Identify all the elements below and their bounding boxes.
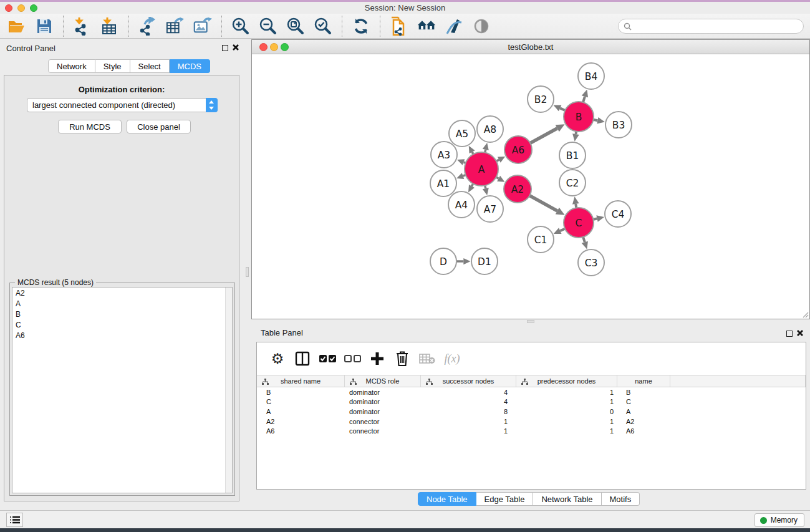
close-panel-button[interactable]: Close panel [127,120,191,133]
tab-mcds[interactable]: MCDS [170,59,210,73]
table-cell[interactable]: 1 [516,418,617,425]
zoom-out-icon[interactable] [259,17,277,36]
delete-column-icon[interactable] [393,349,412,368]
mcds-result-item[interactable]: A [12,298,232,309]
table-cell[interactable]: A6 [257,427,345,435]
zoom-in-icon[interactable] [231,17,250,36]
table-cell[interactable]: A2 [617,418,670,425]
column-header-successor-nodes[interactable]: successor nodes [421,375,516,387]
table-row[interactable]: A2connector11A2 [257,417,806,427]
run-mcds-button[interactable]: Run MCDS [58,120,122,133]
table-cell[interactable]: B [617,389,670,396]
import-network-icon[interactable] [73,17,92,36]
table-cell[interactable]: 4 [421,389,516,396]
mcds-result-item[interactable]: C [12,319,232,330]
function-builder-icon[interactable]: f(x) [443,349,461,368]
scrollbar-track[interactable] [225,288,232,493]
table-row[interactable]: Adominator80A [257,407,806,417]
splitter-grip[interactable] [246,267,249,277]
memory-button[interactable]: Memory [755,513,804,527]
dropdown-stepper-icon[interactable] [206,98,218,112]
settings-gear-icon[interactable]: ⚙ [268,349,287,368]
close-table-panel-icon[interactable] [796,329,804,337]
zoom-selected-icon[interactable] [314,17,332,36]
column-header-predecessor-nodes[interactable]: predecessor nodes [516,375,617,387]
refresh-icon[interactable] [352,17,370,36]
vertical-splitter[interactable] [243,39,251,506]
annotation-pen-icon[interactable] [445,17,463,36]
network-graph[interactable]: B4B2BB3A8A5A6A3B1AC2A1A2A4A7C4CC1C3DD1 [253,55,810,319]
tab-edge-table[interactable]: Edge Table [476,492,534,506]
network-from-document-icon[interactable] [390,17,408,36]
close-panel-icon[interactable] [232,44,239,51]
table-cell[interactable]: dominator [345,389,421,396]
table-cell[interactable]: dominator [345,398,421,405]
home-icon[interactable] [417,17,436,36]
export-table-icon[interactable] [166,17,185,36]
select-all-checkboxes-icon[interactable] [318,349,337,368]
table-cell[interactable]: 4 [421,398,516,405]
mcds-result-item[interactable]: B [12,309,232,319]
table-row[interactable]: Cdominator41C [257,397,806,407]
horizontal-splitter-grip[interactable] [527,320,534,323]
edge-A2-C[interactable] [528,195,557,211]
delete-table-icon[interactable] [418,349,436,368]
table-cell[interactable]: 1 [516,398,617,405]
node-label-c: C [576,218,582,229]
column-header-shared-name[interactable]: shared name [257,375,345,387]
table-cell[interactable]: connector [345,427,421,435]
table-cell[interactable]: C [617,398,670,405]
mcds-result-item[interactable]: A2 [12,288,232,298]
add-column-icon[interactable] [368,349,387,368]
export-network-icon[interactable] [138,17,157,36]
node-label-a7: A7 [484,204,496,215]
table-cell[interactable]: 1 [421,418,516,425]
import-table-icon[interactable] [100,17,119,36]
resize-grip-icon[interactable] [801,311,809,318]
table-cell[interactable]: 1 [421,427,516,435]
table-cell[interactable]: A6 [617,427,670,435]
task-history-button[interactable] [6,513,23,527]
tab-style[interactable]: Style [95,59,130,73]
column-header-name[interactable]: name [617,375,670,387]
show-columns-icon[interactable] [293,349,312,368]
zoom-fit-icon[interactable] [286,17,305,36]
memory-label: Memory [771,516,798,525]
open-file-icon[interactable] [7,17,26,36]
mcds-result-item[interactable]: A6 [12,330,232,341]
save-session-icon[interactable] [35,17,54,36]
table-cell[interactable]: B [257,389,345,396]
table-row[interactable]: A6connector11A6 [257,426,806,436]
table-cell[interactable]: A2 [257,418,345,425]
table-row[interactable]: Bdominator41B [257,387,806,397]
table-cell[interactable]: 1 [516,427,617,435]
table-cell[interactable]: dominator [345,408,421,415]
arrowhead-icon [457,159,465,165]
float-panel-icon[interactable] [222,45,228,51]
deselect-all-checkboxes-icon[interactable] [343,349,362,368]
column-header-mcds-role[interactable]: MCDS role [345,375,421,387]
table-cell[interactable]: 1 [516,389,617,396]
show-details-eye-icon[interactable] [472,17,491,36]
node-table: shared nameMCDS rolesuccessor nodesprede… [257,375,806,489]
edge-A6-B[interactable] [529,128,557,144]
table-cell[interactable]: connector [345,418,421,425]
table-cell[interactable]: A [617,408,670,415]
table-cell[interactable]: A [257,408,345,415]
export-image-icon[interactable] [193,17,212,36]
tab-node-table[interactable]: Node Table [418,492,476,506]
node-label-a3: A3 [438,150,450,161]
arrowhead-icon [483,188,489,195]
tab-network[interactable]: Network [48,59,95,73]
table-cell[interactable]: C [257,398,345,405]
search-box[interactable] [618,19,804,34]
table-cell[interactable]: 0 [516,408,617,415]
tab-network-table[interactable]: Network Table [533,492,601,506]
optimization-criterion-dropdown[interactable]: largest connected component (directed) [27,98,218,112]
tab-motifs[interactable]: Motifs [602,492,640,506]
search-input[interactable] [635,22,803,31]
table-cell[interactable]: 8 [421,408,516,415]
tab-select[interactable]: Select [130,59,170,73]
mcds-result-list[interactable]: A2ABCA6 [12,287,233,493]
float-table-panel-icon[interactable] [786,331,793,337]
